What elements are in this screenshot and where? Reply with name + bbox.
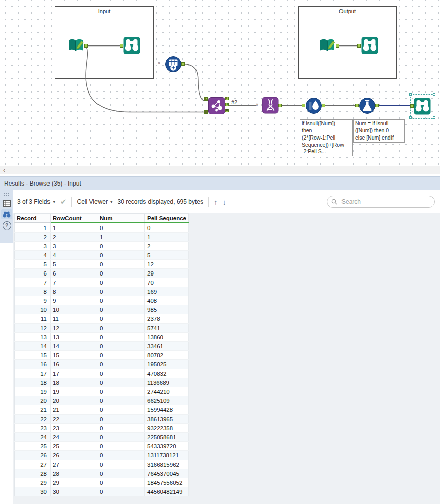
data-cell[interactable]: 0 — [97, 324, 145, 333]
column-header-record[interactable]: Record — [15, 214, 51, 223]
data-cell[interactable]: 985 — [145, 305, 189, 314]
data-cell[interactable]: 0 — [97, 223, 145, 233]
annotation-formula[interactable]: Num = if isnull ([Num]) then 0 else [Num… — [353, 119, 405, 143]
record-number-cell[interactable]: 1 — [15, 223, 51, 233]
join-input-anchor-left[interactable]: L — [204, 97, 208, 101]
table-row[interactable]: 24240225058681 — [15, 433, 189, 442]
output-anchor[interactable] — [322, 104, 325, 107]
data-cell[interactable]: 0 — [145, 223, 189, 233]
data-cell[interactable]: 1 — [51, 223, 97, 233]
table-row[interactable]: 2222038613965 — [15, 415, 189, 424]
fields-dropdown[interactable]: 3 of 3 Fields ▾ — [17, 198, 55, 205]
data-cell[interactable]: 19 — [51, 387, 97, 396]
record-number-cell[interactable]: 20 — [15, 396, 51, 405]
data-cell[interactable]: 5 — [51, 260, 97, 269]
table-row[interactable]: 1100 — [15, 223, 189, 233]
join-output-anchor-R[interactable]: R — [225, 109, 229, 112]
canvas-horizontal-scrollbar[interactable]: ‹ — [0, 166, 440, 174]
data-cell[interactable]: 29 — [51, 478, 97, 487]
data-cell[interactable]: 0 — [97, 278, 145, 287]
table-row[interactable]: 66029 — [15, 269, 189, 278]
record-number-cell[interactable]: 24 — [15, 433, 51, 442]
data-cell[interactable]: 20 — [51, 396, 97, 405]
table-row[interactable]: 1515080782 — [15, 351, 189, 360]
record-number-cell[interactable]: 21 — [15, 405, 51, 415]
record-number-cell[interactable]: 14 — [15, 342, 51, 351]
output-anchor[interactable] — [84, 44, 88, 48]
help-icon[interactable]: ? — [1, 220, 12, 231]
data-cell[interactable]: 1311738121 — [145, 451, 189, 460]
data-cell[interactable]: 195025 — [145, 360, 189, 369]
data-cell[interactable]: 17 — [51, 369, 97, 378]
data-cell[interactable]: 0 — [97, 387, 145, 396]
record-number-cell[interactable]: 6 — [15, 269, 51, 278]
join-output-anchor-L[interactable]: L — [225, 97, 229, 100]
data-cell[interactable]: 0 — [97, 287, 145, 296]
generate-rows-tool[interactable] — [165, 56, 182, 75]
data-cell[interactable]: 2 — [51, 233, 97, 242]
table-row[interactable]: 2211 — [15, 233, 189, 242]
record-number-cell[interactable]: 2 — [15, 233, 51, 242]
table-row[interactable]: 4405 — [15, 251, 189, 260]
record-number-cell[interactable]: 23 — [15, 424, 51, 433]
data-cell[interactable]: 0 — [97, 342, 145, 351]
data-cell[interactable]: 2744210 — [145, 387, 189, 396]
input-anchor[interactable] — [357, 44, 361, 48]
data-cell[interactable]: 0 — [97, 333, 145, 342]
output-anchor[interactable] — [336, 44, 339, 48]
join-output-anchor-J[interactable]: J — [225, 103, 229, 106]
data-cell[interactable]: 543339720 — [145, 442, 189, 451]
connection[interactable] — [86, 47, 204, 112]
output-anchor[interactable] — [181, 62, 185, 66]
data-cell[interactable]: 0 — [97, 424, 145, 433]
table-row[interactable]: 1313013860 — [15, 333, 189, 342]
input-anchor[interactable] — [120, 44, 123, 48]
record-number-cell[interactable]: 13 — [15, 333, 51, 342]
data-cell[interactable]: 26 — [51, 451, 97, 460]
input-anchor[interactable] — [302, 104, 305, 107]
data-cell[interactable]: 29 — [145, 269, 189, 278]
data-cell[interactable]: 0 — [97, 251, 145, 260]
output-anchor[interactable] — [375, 104, 379, 107]
data-cell[interactable]: 7645370045 — [145, 469, 189, 478]
table-row[interactable]: 16160195025 — [15, 360, 189, 369]
data-cell[interactable]: 470832 — [145, 369, 189, 378]
table-row[interactable]: 25250543339720 — [15, 442, 189, 451]
data-cell[interactable]: 16 — [51, 360, 97, 369]
workflow-canvas[interactable]: Input Output — [0, 0, 440, 166]
browse-tool-selected[interactable] — [413, 97, 431, 117]
record-number-cell[interactable]: 16 — [15, 360, 51, 369]
data-cell[interactable]: 24 — [51, 433, 97, 442]
data-cell[interactable]: 6 — [51, 269, 97, 278]
data-cell[interactable]: 12 — [145, 260, 189, 269]
browse-view-icon[interactable] — [1, 209, 12, 219]
data-cell[interactable]: 1136689 — [145, 378, 189, 387]
table-row[interactable]: 181801136689 — [15, 378, 189, 387]
record-number-cell[interactable]: 12 — [15, 324, 51, 333]
table-row[interactable]: 282807645370045 — [15, 469, 189, 478]
data-cell[interactable]: 0 — [97, 351, 145, 360]
data-cell[interactable]: 27 — [51, 460, 97, 469]
data-cell[interactable]: 0 — [97, 442, 145, 451]
data-cell[interactable]: 93222358 — [145, 424, 189, 433]
data-cell[interactable]: 11 — [51, 314, 97, 324]
results-grid-view-icon[interactable] — [1, 198, 12, 208]
browse-tool[interactable] — [123, 36, 141, 57]
data-cell[interactable]: 14 — [51, 342, 97, 351]
data-cell[interactable]: 0 — [97, 396, 145, 405]
cell-viewer-dropdown[interactable]: Cell Viewer ▾ — [77, 198, 112, 205]
data-cell[interactable]: 18 — [51, 378, 97, 387]
scroll-up-icon[interactable]: ↑ — [214, 198, 218, 206]
text-input-tool[interactable] — [67, 36, 85, 57]
table-row[interactable]: 3030044560482149 — [15, 487, 189, 496]
column-header-num[interactable]: Num — [97, 214, 145, 223]
data-cell[interactable]: 80782 — [145, 351, 189, 360]
record-number-cell[interactable]: 19 — [15, 387, 51, 396]
record-number-cell[interactable]: 5 — [15, 260, 51, 269]
table-row[interactable]: 990408 — [15, 296, 189, 305]
data-cell[interactable]: 4 — [51, 251, 97, 260]
record-number-cell[interactable]: 15 — [15, 351, 51, 360]
data-cell[interactable]: 70 — [145, 278, 189, 287]
data-cell[interactable]: 0 — [97, 360, 145, 369]
data-cell[interactable]: 0 — [97, 269, 145, 278]
